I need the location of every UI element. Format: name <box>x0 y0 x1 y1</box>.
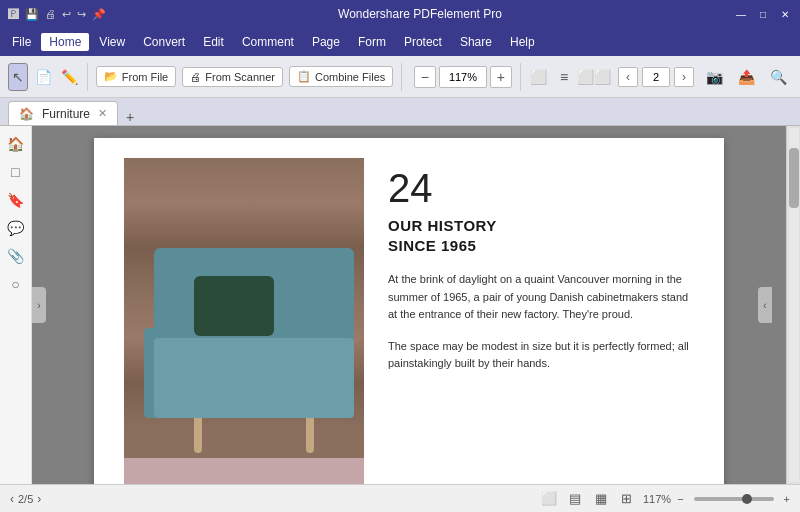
status-two-page-icon[interactable]: ▦ <box>591 489 611 509</box>
status-single-page-icon[interactable]: ⬜ <box>539 489 559 509</box>
page-content: 24 OUR HISTORY SINCE 1965 At the brink o… <box>94 138 724 484</box>
share-icon[interactable]: 📤 <box>732 63 760 91</box>
status-right-icons: ⬜ ▤ ▦ ⊞ 117% − + <box>539 489 790 509</box>
undo-icon[interactable]: ↩ <box>62 8 71 21</box>
combine-files-button[interactable]: 📋 Combine Files <box>289 66 393 87</box>
next-page-button[interactable]: › <box>674 67 694 87</box>
home-icon: 🏠 <box>19 107 34 121</box>
combine-files-label: Combine Files <box>315 71 385 83</box>
titlebar-left-icons: 🅿 💾 🖨 ↩ ↪ 📌 <box>8 8 106 21</box>
status-continuous-icon[interactable]: ▤ <box>565 489 585 509</box>
from-file-icon: 📂 <box>104 70 118 83</box>
sofa-leg-right <box>306 418 314 453</box>
right-scrollbar <box>786 126 800 484</box>
create-tool-btn[interactable]: 📄 <box>34 63 54 91</box>
menu-protect[interactable]: Protect <box>396 33 450 51</box>
scanner-icon: 🖨 <box>190 71 201 83</box>
titlebar: 🅿 💾 🖨 ↩ ↪ 📌 Wondershare PDFelement Pro —… <box>0 0 800 28</box>
document-paragraph-2: The space may be modest in size but it i… <box>388 338 694 373</box>
menubar: File Home View Convert Edit Comment Page… <box>0 28 800 56</box>
menu-page[interactable]: Page <box>304 33 348 51</box>
toolbar-sep-3 <box>520 63 521 91</box>
statusbar: ‹ 2/5 › ⬜ ▤ ▦ ⊞ 117% − + <box>0 484 800 512</box>
cursor-tool-btn[interactable]: ↖ <box>8 63 28 91</box>
from-scanner-label: From Scanner <box>205 71 275 83</box>
menu-view[interactable]: View <box>91 33 133 51</box>
status-page-display: 2/5 <box>18 493 33 505</box>
search-icon[interactable]: 🔍 <box>764 63 792 91</box>
sidebar-comment-icon[interactable]: 💬 <box>4 216 28 240</box>
menu-home[interactable]: Home <box>41 33 89 51</box>
pin-icon[interactable]: 📌 <box>92 8 106 21</box>
status-zoom-minus[interactable]: − <box>677 493 683 505</box>
redo-icon[interactable]: ↪ <box>77 8 86 21</box>
zoom-slider[interactable] <box>694 497 774 501</box>
menu-file[interactable]: File <box>4 33 39 51</box>
minimize-button[interactable]: — <box>734 7 748 21</box>
maximize-button[interactable]: □ <box>756 7 770 21</box>
snapshot-icon[interactable]: 📷 <box>700 63 728 91</box>
document-heading: OUR HISTORY SINCE 1965 <box>388 216 694 255</box>
status-prev-btn[interactable]: ‹ <box>10 492 14 506</box>
sofa-leg-left <box>194 418 202 453</box>
prev-page-button[interactable]: ‹ <box>618 67 638 87</box>
from-scanner-button[interactable]: 🖨 From Scanner <box>182 67 283 87</box>
pink-bar <box>124 458 364 484</box>
menu-form[interactable]: Form <box>350 33 394 51</box>
sofa-image <box>124 158 364 458</box>
heading-line1: OUR HISTORY <box>388 217 497 234</box>
menu-help[interactable]: Help <box>502 33 543 51</box>
status-zoom-plus[interactable]: + <box>784 493 790 505</box>
tab-label: Furniture <box>42 107 90 121</box>
page-image-column <box>124 158 364 484</box>
menu-edit[interactable]: Edit <box>195 33 232 51</box>
print-icon[interactable]: 🖨 <box>45 8 56 20</box>
pdf-page: 24 OUR HISTORY SINCE 1965 At the brink o… <box>94 138 724 484</box>
toolbar-sep-2 <box>401 63 402 91</box>
from-file-label: From File <box>122 71 168 83</box>
sidebar-bookmark-icon[interactable]: 🔖 <box>4 188 28 212</box>
zoom-out-button[interactable]: − <box>414 66 436 88</box>
page-navigation: ‹ › <box>618 67 694 87</box>
two-page-view-btn[interactable]: ⬜⬜ <box>580 63 608 91</box>
menu-comment[interactable]: Comment <box>234 33 302 51</box>
single-page-view-btn[interactable]: ⬜ <box>529 63 549 91</box>
document-page-number: 24 <box>388 168 694 208</box>
document-paragraph-1: At the brink of daylight on a quaint Van… <box>388 271 694 324</box>
tabbar: 🏠 Furniture ✕ + <box>0 98 800 126</box>
scrollbar-track[interactable] <box>789 128 799 482</box>
sofa-base <box>154 338 354 418</box>
from-file-button[interactable]: 📂 From File <box>96 66 176 87</box>
document-tab[interactable]: 🏠 Furniture ✕ <box>8 101 118 125</box>
zoom-controls: − + <box>414 66 512 88</box>
status-page-nav: ‹ 2/5 › <box>10 492 41 506</box>
page-text-column: 24 OUR HISTORY SINCE 1965 At the brink o… <box>388 158 694 484</box>
save-icon[interactable]: 💾 <box>25 8 39 21</box>
menu-convert[interactable]: Convert <box>135 33 193 51</box>
zoom-in-button[interactable]: + <box>490 66 512 88</box>
sidebar-circle-icon[interactable]: ○ <box>4 272 28 296</box>
sidebar-home-icon[interactable]: 🏠 <box>4 132 28 156</box>
page-number-input[interactable] <box>642 67 670 87</box>
window-controls[interactable]: — □ ✕ <box>734 7 792 21</box>
edit-tool-btn[interactable]: ✏️ <box>59 63 79 91</box>
menu-share[interactable]: Share <box>452 33 500 51</box>
zoom-input[interactable] <box>439 66 487 88</box>
status-grid-icon[interactable]: ⊞ <box>617 489 637 509</box>
status-next-btn[interactable]: › <box>37 492 41 506</box>
status-zoom-label: 117% <box>643 493 671 505</box>
close-button[interactable]: ✕ <box>778 7 792 21</box>
app-title: Wondershare PDFelement Pro <box>106 7 734 21</box>
tab-close-button[interactable]: ✕ <box>98 107 107 120</box>
continuous-view-btn[interactable]: ≡ <box>554 63 574 91</box>
toolbar: ↖ 📄 ✏️ 📂 From File 🖨 From Scanner 📋 Comb… <box>0 56 800 98</box>
left-sidebar: 🏠 □ 🔖 💬 📎 ○ <box>0 126 32 484</box>
sidebar-attachment-icon[interactable]: 📎 <box>4 244 28 268</box>
combine-icon: 📋 <box>297 70 311 83</box>
sidebar-pages-icon[interactable]: □ <box>4 160 28 184</box>
scrollbar-thumb[interactable] <box>789 148 799 208</box>
collapse-left-btn[interactable]: › <box>32 287 46 323</box>
add-tab-button[interactable]: + <box>122 109 138 125</box>
zoom-slider-thumb[interactable] <box>742 494 752 504</box>
collapse-right-btn[interactable]: ‹ <box>758 287 772 323</box>
